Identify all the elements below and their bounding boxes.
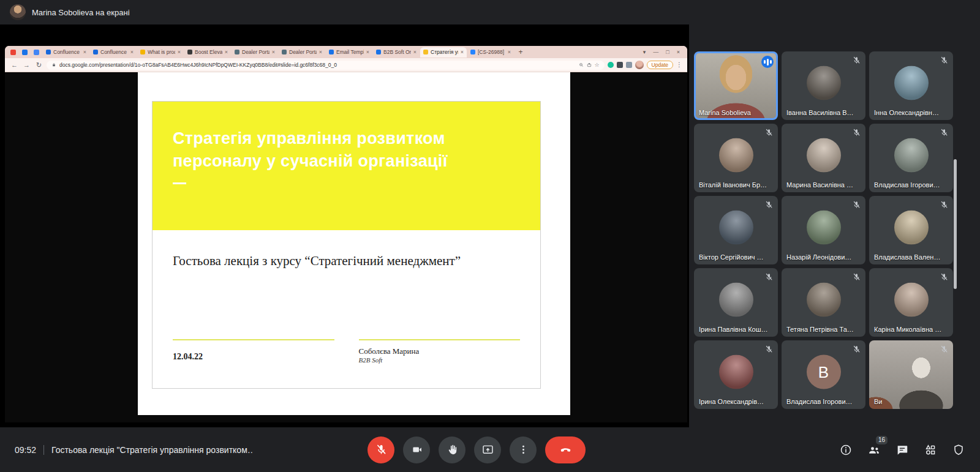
pinned-tab-gmail[interactable] [7,47,18,58]
browser-tab[interactable]: Dealer Portal × [279,47,325,58]
browser-tab[interactable]: What is process × [137,47,184,58]
extension-person-icon[interactable] [626,62,632,68]
participant-tile[interactable]: Віктор Сергійович … [694,196,778,264]
mic-off-icon [940,272,949,282]
participants-button[interactable]: 16 [867,443,881,457]
browser-tab[interactable]: Confluence Opt × [90,47,137,58]
raise-hand-icon [446,443,459,456]
activities-button[interactable] [924,443,937,457]
extension-grammarly-icon[interactable] [608,62,614,68]
tab-close-icon[interactable]: × [225,50,228,55]
browser-tab[interactable]: Стратегія управ × [420,47,467,58]
participant-avatar [894,66,929,100]
tab-favicon [140,50,145,54]
lock-icon [51,62,56,67]
tab-close-icon[interactable]: × [83,50,86,55]
present-button[interactable] [474,436,501,463]
bookmark-star-icon[interactable]: ☆ [595,62,600,68]
participant-name: Марина Василівна … [786,181,862,189]
browser-menu-icon[interactable]: ⋮ [676,62,682,68]
participant-tile[interactable]: Віталій Іванович Бр… [694,124,778,192]
more-options-button[interactable] [510,436,537,463]
meeting-details-button[interactable] [839,443,853,457]
tab-close-icon[interactable]: × [366,50,369,55]
participant-tile[interactable]: Ви [869,340,953,409]
participant-tile[interactable]: Ірина Олександрів… [694,340,778,409]
browser-tab[interactable]: Email Templates × [326,47,372,58]
shield-icon [952,443,965,457]
participant-tile[interactable]: Тетяна Петрівна Та… [782,268,865,337]
tab-favicon [329,50,334,54]
extension-dark-icon[interactable] [617,62,623,68]
raise-hand-button[interactable] [439,436,466,463]
info-icon [839,443,853,457]
tab-close-icon[interactable]: × [319,50,322,55]
zoom-icon[interactable] [579,62,584,67]
save-share-icon[interactable] [587,62,592,67]
browser-tab[interactable]: [CS-26988] Wel × [467,47,514,58]
mic-off-icon [940,200,949,209]
pinned-tab-docs[interactable] [31,47,42,58]
participant-tile[interactable]: Каріна Миколаївна … [869,268,953,337]
tab-close-icon[interactable]: × [178,50,181,55]
participant-tile[interactable]: Ірина Павлівна Кош… [694,268,778,337]
participant-tile[interactable]: Marina Sobolieva [694,51,778,120]
leave-call-button[interactable] [545,436,586,463]
call-end-icon [559,443,572,456]
participants-panel: Marina Sobolieva Іванна Василівна В… Інн… [689,24,980,427]
clock: 09:52 [15,445,36,455]
maximize-icon[interactable]: □ [666,50,669,55]
participant-tile[interactable]: Владислава Вален… [869,196,953,264]
activities-shapes-icon [924,443,937,457]
participant-tile[interactable]: Марина Василівна … [782,124,865,192]
slide-date: 12.04.22 [173,347,334,362]
tab-close-icon[interactable]: × [508,50,511,55]
tab-close-icon[interactable]: × [130,50,134,55]
participant-avatar [894,211,929,245]
browser-tab[interactable]: Boost Elevate Tr × [184,47,231,58]
participant-tile[interactable]: Назарій Леонідови… [782,196,865,264]
participant-avatar [807,211,841,245]
participant-tile[interactable]: Іванна Василівна В… [782,51,865,120]
new-tab-button[interactable]: + [515,48,526,56]
participant-name: Назарій Леонідови… [786,253,862,261]
presentation-slide: Стратегія управління розвитком персоналу… [152,101,541,389]
update-button[interactable]: Update [647,61,673,69]
participant-name: Ірина Павлівна Кош… [699,326,774,333]
participant-tile[interactable]: В Владислав Ігорови… [782,340,865,409]
pinned-tab-chat[interactable] [19,47,30,58]
mic-button[interactable] [368,436,394,463]
close-icon[interactable]: × [677,50,680,55]
participant-avatar [807,283,841,317]
main-area: Confluence Opt × Confluence Opt × What i… [0,24,980,427]
minimize-icon[interactable]: — [653,50,658,55]
tab-close-icon[interactable]: × [461,50,464,55]
people-icon [867,443,881,457]
tab-favicon [470,50,475,54]
tab-search-caret-icon[interactable]: ▾ [643,50,646,55]
more-vert-icon [517,443,530,456]
tab-favicon [46,50,51,54]
browser-tab[interactable]: Confluence Opt × [43,47,89,58]
address-bar[interactable]: docs.google.com/presentation/d/1o-oTG8aF… [47,61,605,70]
back-icon[interactable]: ← [10,62,19,69]
host-controls-button[interactable] [952,443,965,457]
tab-close-icon[interactable]: × [272,50,275,55]
chrome-profile-avatar[interactable] [635,61,644,69]
tab-close-icon[interactable]: × [413,50,417,55]
browser-tab[interactable]: Dealer Portal × [232,47,278,58]
tab-title: B2B Soft Organiz [383,49,411,55]
reload-icon[interactable]: ↻ [34,62,43,69]
title-dash [173,182,186,184]
camera-button[interactable] [403,436,430,463]
forward-icon[interactable]: → [22,62,31,69]
present-icon [481,443,494,456]
tab-title: Dealer Portal [289,49,317,55]
chat-button[interactable] [895,443,909,457]
browser-tab[interactable]: B2B Soft Organiz × [373,47,420,58]
participant-tile[interactable]: Владислав Ігорови… [869,124,953,192]
scrollbar-thumb[interactable] [954,159,957,289]
participant-tile[interactable]: Інна Олександрівн… [869,51,953,120]
mic-off-icon [940,345,949,354]
meeting-title: Гостьова лекція "Стратегія управління ро… [51,445,254,455]
